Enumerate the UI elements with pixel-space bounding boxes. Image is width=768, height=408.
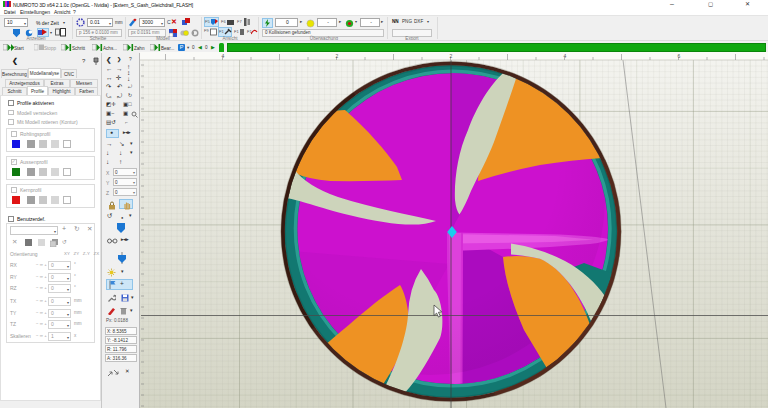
svg-text:2: 2 [450, 53, 453, 59]
svg-text:4: 4 [222, 53, 225, 59]
svg-text:6: 6 [678, 53, 681, 59]
svg-text:4: 4 [564, 53, 567, 59]
svg-text:2: 2 [336, 53, 339, 59]
